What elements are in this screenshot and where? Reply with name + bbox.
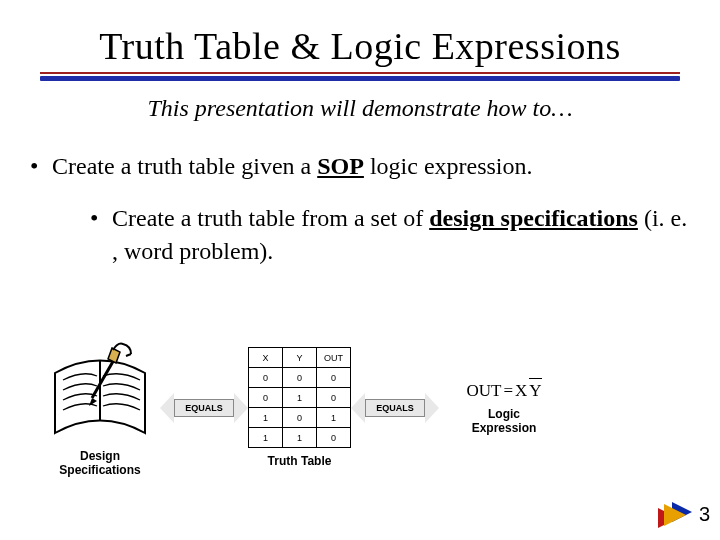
design-caption-l2: Specifications [59, 463, 140, 477]
notebook-icon [45, 338, 155, 443]
truth-table: X Y OUT 000 010 101 110 [248, 347, 351, 448]
subtitle: This presentation will demonstrate how t… [30, 95, 690, 122]
expr-eq: = [503, 381, 513, 401]
design-caption: Design Specifications [59, 449, 140, 477]
tt-cell: 0 [317, 428, 351, 448]
tt-cell: 0 [317, 368, 351, 388]
table-row: 110 [249, 428, 351, 448]
slide-title: Truth Table & Logic Expressions [30, 24, 690, 68]
tt-cell: 1 [249, 408, 283, 428]
equals-arrow-right: EQUALS [355, 393, 435, 423]
logic-expression: OUT = X Y [466, 380, 541, 401]
tt-cell: 0 [317, 388, 351, 408]
truth-table-caption: Truth Table [268, 454, 332, 468]
expr-out: OUT [466, 381, 501, 401]
bullet-list: Create a truth table given a SOP logic e… [30, 150, 690, 267]
le-caption-l2: Expression [472, 421, 537, 435]
bullet-2: Create a truth table from a set of desig… [90, 202, 690, 267]
table-row: 101 [249, 408, 351, 428]
diagram-row: Design Specifications EQUALS X Y OUT 000… [40, 338, 690, 477]
bullet-1-sop: SOP [317, 153, 364, 179]
bullet-2-pre: Create a truth table from a set of [112, 205, 429, 231]
slide: Truth Table & Logic Expressions This pre… [0, 0, 720, 540]
tt-cell: 1 [283, 388, 317, 408]
title-underline [40, 72, 680, 81]
design-spec-figure: Design Specifications [40, 338, 160, 477]
tt-cell: 0 [249, 388, 283, 408]
tt-h0: X [249, 348, 283, 368]
tt-cell: 0 [283, 368, 317, 388]
expr-y-bar: Y [529, 380, 541, 401]
tt-cell: 0 [249, 368, 283, 388]
equals-label-2: EQUALS [376, 403, 414, 413]
tt-h1: Y [283, 348, 317, 368]
tt-cell: 1 [249, 428, 283, 448]
bullet-1: Create a truth table given a SOP logic e… [30, 150, 690, 182]
bullet-2-ds: design specifications [429, 205, 638, 231]
design-caption-l1: Design [80, 449, 120, 463]
equals-label-1: EQUALS [185, 403, 223, 413]
bullet-1-post: logic expression. [364, 153, 533, 179]
logic-expression-caption: Logic Expression [472, 407, 537, 435]
truth-table-header-row: X Y OUT [249, 348, 351, 368]
tt-cell: 1 [283, 428, 317, 448]
logic-expression-figure: OUT = X Y Logic Expression [439, 380, 569, 435]
tt-h2: OUT [317, 348, 351, 368]
tt-cell: 1 [317, 408, 351, 428]
truth-table-figure: X Y OUT 000 010 101 110 Truth Table [248, 347, 351, 468]
page-number: 3 [699, 503, 710, 526]
le-caption-l1: Logic [488, 407, 520, 421]
equals-arrow-left: EQUALS [164, 393, 244, 423]
tt-cell: 0 [283, 408, 317, 428]
bullet-1-pre: Create a truth table given a [52, 153, 317, 179]
expr-x: X [515, 381, 527, 401]
pltw-logo-icon [658, 500, 692, 530]
table-row: 010 [249, 388, 351, 408]
table-row: 000 [249, 368, 351, 388]
